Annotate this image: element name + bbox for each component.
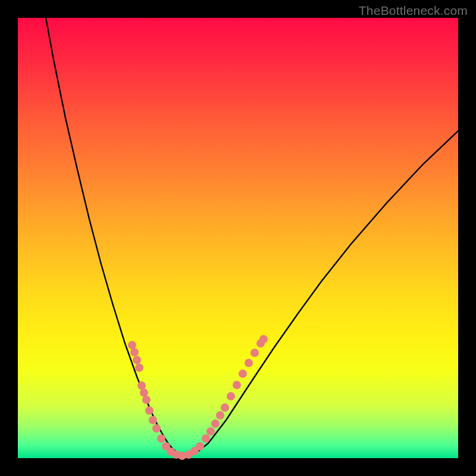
highlight-point: [216, 411, 224, 419]
highlight-point: [233, 381, 241, 389]
highlight-point: [211, 419, 220, 428]
watermark-text: TheBottleneck.com: [359, 4, 468, 18]
highlight-point: [142, 396, 151, 404]
highlight-point: [196, 442, 204, 450]
highlight-point: [128, 341, 136, 349]
highlight-point: [140, 389, 148, 397]
highlight-point: [245, 359, 253, 367]
highlight-point: [145, 406, 154, 415]
highlight-point: [250, 349, 259, 357]
chart-overlay-svg: [18, 18, 458, 458]
highlight-point: [152, 424, 161, 433]
highlight-point: [137, 381, 146, 390]
bottleneck-curve: [46, 18, 458, 455]
highlight-point: [130, 348, 139, 356]
highlight-point: [221, 403, 229, 412]
highlight-point: [133, 356, 141, 364]
highlight-point: [239, 369, 247, 378]
highlight-point: [157, 434, 165, 443]
chart-frame: TheBottleneck.com: [0, 0, 476, 476]
highlight-point: [202, 434, 210, 443]
highlight-point: [259, 335, 268, 343]
highlighted-points-group: [128, 335, 268, 460]
highlight-point: [206, 427, 215, 436]
highlight-point: [149, 416, 157, 424]
highlight-point: [135, 364, 143, 372]
highlight-point: [227, 392, 235, 400]
